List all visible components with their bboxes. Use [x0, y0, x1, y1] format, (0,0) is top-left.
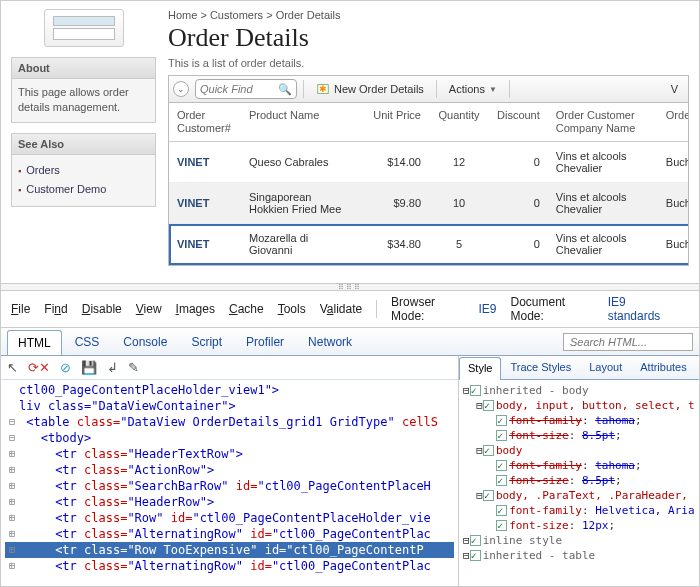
html-tree[interactable]: ctl00_PageContentPlaceHolder_view1"> liv… — [1, 380, 458, 587]
new-icon: ✱ — [316, 82, 330, 96]
cell-customer[interactable]: VINET — [169, 142, 241, 183]
menu-tools[interactable]: Tools — [278, 302, 306, 316]
header-row: Order Customer# Product Name Unit Price … — [169, 103, 689, 142]
menu-find[interactable]: Find — [44, 302, 67, 316]
style-tabs: Style Trace Styles Layout Attributes — [459, 356, 699, 380]
tab-profiler[interactable]: Profiler — [235, 329, 295, 354]
browser-mode-label: Browser Mode: — [391, 295, 464, 323]
menu-images[interactable]: Images — [176, 302, 215, 316]
menu-validate[interactable]: Validate — [320, 302, 363, 316]
cell-customer[interactable]: VINET — [169, 224, 241, 265]
tab-trace[interactable]: Trace Styles — [501, 356, 580, 379]
cell-qty: 12 — [429, 142, 489, 183]
app-logo-icon — [44, 9, 124, 47]
doc-mode-label: Document Mode: — [511, 295, 594, 323]
cell-disc: 0 — [489, 142, 548, 183]
style-panel[interactable]: ⊟inherited - body ⊟body, input, button, … — [459, 380, 699, 587]
seealso-box: See Also Orders Customer Demo — [11, 133, 156, 207]
page-title: Order Details — [168, 23, 689, 53]
col-header[interactable]: Discount — [489, 103, 548, 142]
separator — [509, 80, 510, 98]
table-row[interactable]: VINET Singaporean Hokkien Fried Mee $9.8… — [169, 183, 689, 224]
cell-customer[interactable]: VINET — [169, 183, 241, 224]
devtools-toolbar: ↖ ⟳✕ ⊘ 💾 ↲ ✎ — [1, 356, 458, 380]
tab-style[interactable]: Style — [459, 357, 501, 380]
menu-disable[interactable]: Disable — [82, 302, 122, 316]
col-header[interactable]: Order Customer# — [169, 103, 241, 142]
about-body: This page allows order details managemen… — [12, 79, 155, 122]
chevron-down-icon[interactable]: ⌄ — [173, 81, 189, 97]
cell-product: Mozarella di Giovanni — [241, 224, 361, 265]
cell-qty: 5 — [429, 224, 489, 265]
devtools: File Find Disable View Images Cache Tool… — [1, 291, 699, 587]
selected-node: ⊞ <tr class="Row TooExpensive" id="ctl00… — [5, 542, 454, 558]
pointer-icon[interactable]: ↖ — [7, 360, 18, 375]
save-icon[interactable]: 💾 — [81, 360, 97, 375]
tab-layout[interactable]: Layout — [580, 356, 631, 379]
separator — [436, 80, 437, 98]
col-header[interactable]: Product Name — [241, 103, 361, 142]
cell-employee: Buchana — [658, 142, 689, 183]
tab-css[interactable]: CSS — [64, 329, 111, 354]
tab-html[interactable]: HTML — [7, 330, 62, 355]
page-subtitle: This is a list of order details. — [168, 57, 689, 69]
cell-employee: Buchana — [658, 224, 689, 265]
wrap-icon[interactable]: ↲ — [107, 360, 118, 375]
tab-console[interactable]: Console — [112, 329, 178, 354]
cell-qty: 10 — [429, 183, 489, 224]
seealso-link[interactable]: Customer Demo — [26, 183, 106, 195]
crumb[interactable]: Home — [168, 9, 197, 21]
new-label: New Order Details — [334, 83, 424, 95]
col-header[interactable]: Order Employee Last Nar — [658, 103, 689, 142]
clear-icon[interactable]: ⊘ — [60, 360, 71, 375]
menu-view[interactable]: View — [136, 302, 162, 316]
view-button[interactable]: V — [665, 81, 684, 97]
seealso-link[interactable]: Orders — [26, 164, 60, 176]
breadcrumb: Home > Customers > Order Details — [168, 9, 689, 21]
cell-company: Vins et alcools Chevalier — [548, 224, 658, 265]
search-icon[interactable]: 🔍 — [278, 83, 292, 96]
cell-company: Vins et alcools Chevalier — [548, 142, 658, 183]
new-button[interactable]: ✱ New Order Details — [310, 80, 430, 98]
col-header[interactable]: Order Customer Company Name — [548, 103, 658, 142]
cell-employee: Buchana — [658, 183, 689, 224]
cell-price: $9.80 — [361, 183, 429, 224]
menu-file[interactable]: File — [11, 302, 30, 316]
table-row[interactable]: VINET Queso Cabrales $14.00 12 0 Vins et… — [169, 142, 689, 183]
separator — [303, 80, 304, 98]
crumb[interactable]: Customers — [210, 9, 263, 21]
resize-handle[interactable]: ⠿⠿⠿ — [1, 283, 699, 291]
about-title: About — [12, 58, 155, 79]
refresh-icon[interactable]: ⟳✕ — [28, 360, 50, 375]
svg-text:✱: ✱ — [319, 84, 327, 94]
seealso-title: See Also — [12, 134, 155, 155]
doc-mode[interactable]: IE9 standards — [608, 295, 675, 323]
devtools-tabs: HTML CSS Console Script Profiler Network — [1, 328, 699, 356]
menu-cache[interactable]: Cache — [229, 302, 264, 316]
tab-script[interactable]: Script — [180, 329, 233, 354]
cell-price: $14.00 — [361, 142, 429, 183]
search-html-input[interactable] — [563, 333, 693, 351]
cell-disc: 0 — [489, 224, 548, 265]
about-box: About This page allows order details man… — [11, 57, 156, 123]
data-grid: Order Customer# Product Name Unit Price … — [168, 103, 689, 266]
separator — [376, 300, 377, 318]
cell-product: Singaporean Hokkien Fried Mee — [241, 183, 361, 224]
quick-find[interactable]: 🔍 — [195, 79, 297, 99]
actions-label: Actions — [449, 83, 485, 95]
col-header[interactable]: Quantity — [429, 103, 489, 142]
col-header[interactable]: Unit Price — [361, 103, 429, 142]
chevron-down-icon: ▼ — [489, 85, 497, 94]
crumb: Order Details — [276, 9, 341, 21]
browser-mode[interactable]: IE9 — [478, 302, 496, 316]
tab-network[interactable]: Network — [297, 329, 363, 354]
cell-company: Vins et alcools Chevalier — [548, 183, 658, 224]
table-row-selected[interactable]: VINET Mozarella di Giovanni $34.80 5 0 V… — [169, 224, 689, 265]
edit-icon[interactable]: ✎ — [128, 360, 139, 375]
cell-disc: 0 — [489, 183, 548, 224]
quick-find-input[interactable] — [200, 83, 278, 95]
toolbar: ⌄ 🔍 ✱ New Order Details Actions ▼ V — [168, 75, 689, 103]
tab-attrs[interactable]: Attributes — [631, 356, 695, 379]
devtools-menu: File Find Disable View Images Cache Tool… — [1, 291, 699, 328]
actions-button[interactable]: Actions ▼ — [443, 81, 503, 97]
